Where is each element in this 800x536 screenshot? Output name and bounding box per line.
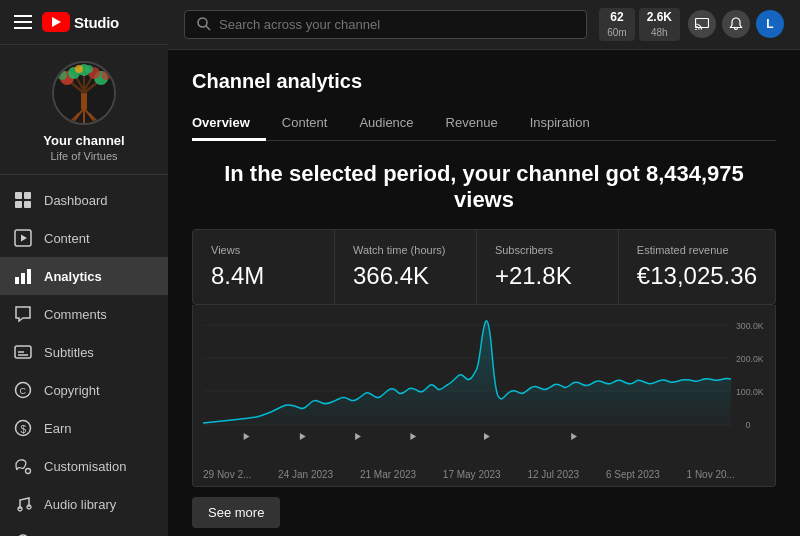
svg-marker-26: [21, 235, 27, 242]
sidebar-item-content[interactable]: Content: [0, 219, 168, 257]
sidebar-item-dashboard[interactable]: Dashboard: [0, 181, 168, 219]
subtitles-icon: [14, 343, 32, 361]
tab-revenue[interactable]: Revenue: [430, 107, 514, 141]
subtitles-label: Subtitles: [44, 345, 94, 360]
stat-card-watchtime: Watch time (hours) 366.4K: [335, 230, 477, 304]
comment-icon: [14, 305, 32, 323]
svg-point-20: [85, 65, 93, 73]
tab-audience[interactable]: Audience: [343, 107, 429, 141]
copyright-label: Copyright: [44, 383, 100, 398]
search-input[interactable]: [219, 17, 574, 32]
tab-content[interactable]: Content: [266, 107, 344, 141]
sidebar-header: Studio: [0, 0, 168, 45]
svg-marker-52: [300, 433, 306, 440]
chart-container: 300.0K 200.0K 100.0K 0 29 Nov 2... 24 Ja…: [192, 305, 776, 487]
svg-marker-53: [355, 433, 361, 440]
sidebar: Studio: [0, 0, 168, 536]
svg-marker-55: [484, 433, 490, 440]
analytics-label: Analytics: [44, 269, 102, 284]
copyright-icon: C: [14, 381, 32, 399]
revenue-label: Estimated revenue: [637, 244, 757, 256]
search-icon: [197, 17, 211, 31]
play-square-icon: [14, 229, 32, 247]
bar-chart-icon: [14, 267, 32, 285]
tab-overview[interactable]: Overview: [192, 107, 266, 141]
earn-label: Earn: [44, 421, 71, 436]
dashboard-label: Dashboard: [44, 193, 108, 208]
cast-button[interactable]: [688, 10, 716, 38]
svg-rect-45: [696, 19, 709, 28]
content-area: Channel analytics Overview Content Audie…: [168, 50, 800, 536]
stat-card-subscribers: Subscribers +21.8K: [477, 230, 619, 304]
stat-card-revenue: Estimated revenue €13,025.36: [619, 230, 775, 304]
tab-inspiration[interactable]: Inspiration: [514, 107, 606, 141]
svg-point-43: [198, 18, 207, 27]
svg-text:300.0K: 300.0K: [736, 320, 764, 330]
x-label-6: 1 Nov 20...: [687, 469, 735, 480]
svg-rect-28: [21, 273, 25, 284]
svg-rect-6: [81, 93, 87, 109]
tabs: Overview Content Audience Revenue Inspir…: [192, 107, 776, 141]
search-bar[interactable]: [184, 10, 587, 39]
stat1-num: 62: [610, 10, 623, 26]
notification-button[interactable]: [722, 10, 750, 38]
sidebar-item-subtitles[interactable]: Subtitles: [0, 333, 168, 371]
topbar-right: 62 60m 2.6K 48h L: [599, 8, 784, 41]
yt-logo-text: Studio: [74, 14, 119, 31]
views-value: 8.4M: [211, 262, 316, 290]
grid-icon: [14, 191, 32, 209]
channel-section: Your channel Life of Virtues: [0, 45, 168, 175]
user-avatar[interactable]: L: [756, 10, 784, 38]
svg-text:0: 0: [746, 419, 751, 429]
svg-text:200.0K: 200.0K: [736, 353, 764, 363]
revenue-value: €13,025.36: [637, 262, 757, 290]
customisation-label: Customisation: [44, 459, 126, 474]
paint-icon: [14, 457, 32, 475]
x-label-0: 29 Nov 2...: [203, 469, 251, 480]
svg-text:C: C: [20, 386, 27, 396]
chart-x-labels: 29 Nov 2... 24 Jan 2023 21 Mar 2023 17 M…: [203, 465, 765, 486]
svg-point-37: [26, 469, 31, 474]
sidebar-item-audio-library[interactable]: Audio library: [0, 485, 168, 523]
x-label-1: 24 Jan 2023: [278, 469, 333, 480]
subscribers-label: Subscribers: [495, 244, 600, 256]
x-label-4: 12 Jul 2023: [527, 469, 579, 480]
yt-logo-icon: [42, 12, 70, 32]
svg-rect-23: [15, 201, 22, 208]
sidebar-item-analytics[interactable]: Analytics: [0, 257, 168, 295]
svg-rect-27: [15, 277, 19, 284]
see-more-button[interactable]: See more: [192, 497, 280, 528]
chart-svg: 300.0K 200.0K 100.0K 0: [203, 315, 765, 455]
stat-pill-48h: 2.6K 48h: [639, 8, 680, 41]
subscribers-value: +21.8K: [495, 262, 600, 290]
main-content: 62 60m 2.6K 48h L Channel analytics: [168, 0, 800, 536]
svg-point-17: [57, 70, 67, 80]
stat2-lbl: 48h: [651, 26, 668, 39]
views-headline: In the selected period, your channel got…: [192, 161, 776, 213]
page-title: Channel analytics: [192, 70, 776, 93]
dollar-icon: $: [14, 419, 32, 437]
sidebar-item-earn[interactable]: $ Earn: [0, 409, 168, 447]
hamburger-icon[interactable]: [14, 15, 32, 29]
x-label-2: 21 Mar 2023: [360, 469, 416, 480]
svg-rect-24: [24, 201, 31, 208]
avatar[interactable]: [52, 61, 116, 125]
stat-pill-60m: 62 60m: [599, 8, 634, 41]
sidebar-item-daily-ideas[interactable]: Daily Ideas ↗: [0, 523, 168, 536]
yt-studio-logo: Studio: [42, 12, 119, 32]
sidebar-item-customisation[interactable]: Customisation: [0, 447, 168, 485]
stat2-num: 2.6K: [647, 10, 672, 26]
x-label-5: 6 Sept 2023: [606, 469, 660, 480]
svg-line-44: [206, 26, 210, 30]
sidebar-nav: Dashboard Content Analytics Comments: [0, 175, 168, 536]
music-icon: [14, 495, 32, 513]
svg-rect-21: [15, 192, 22, 199]
svg-point-18: [101, 70, 111, 80]
watchtime-label: Watch time (hours): [353, 244, 458, 256]
svg-marker-54: [410, 433, 416, 440]
svg-marker-56: [571, 433, 577, 440]
sidebar-item-comments[interactable]: Comments: [0, 295, 168, 333]
x-label-3: 17 May 2023: [443, 469, 501, 480]
sidebar-item-copyright[interactable]: C Copyright: [0, 371, 168, 409]
stat-card-views: Views 8.4M: [193, 230, 335, 304]
